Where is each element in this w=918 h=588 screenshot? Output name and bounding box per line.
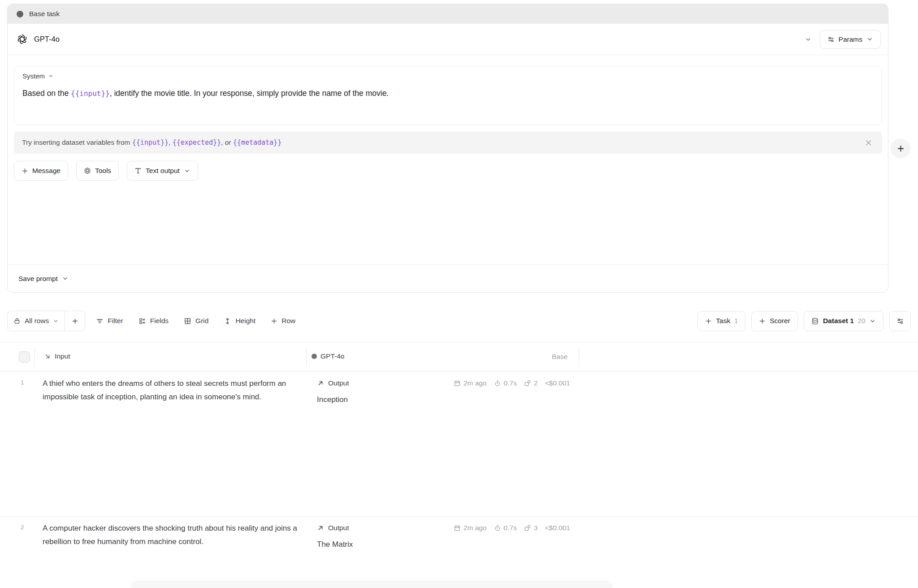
- filter-icon: [96, 317, 104, 325]
- add-scorer-button[interactable]: Scorer: [751, 311, 798, 331]
- timestamp: 2m ago: [454, 524, 487, 532]
- model-status-dot-icon: [312, 354, 317, 359]
- prompt-text[interactable]: Based on the {{input}}, identify the mov…: [22, 89, 870, 98]
- system-message-editor[interactable]: System Based on the {{input}}, identify …: [14, 66, 882, 125]
- grid-icon: [184, 317, 191, 325]
- tokens-icon: [524, 380, 531, 387]
- chevron-down-icon: [184, 168, 191, 174]
- grid-header: Input GPT-4o Base: [0, 342, 918, 372]
- column-header-model[interactable]: GPT-4o: [312, 352, 344, 360]
- add-scope-button[interactable]: [65, 311, 85, 331]
- task-panel-footer: Save prompt: [8, 264, 888, 292]
- message-role-select[interactable]: System: [22, 72, 54, 80]
- close-icon: [865, 139, 872, 147]
- grid-label: Grid: [195, 317, 208, 325]
- output-label: Output: [328, 379, 349, 387]
- output-label: Output: [328, 524, 349, 532]
- params-button[interactable]: Params: [820, 30, 881, 49]
- stopwatch-icon: [494, 524, 501, 532]
- timestamp-value: 2m ago: [463, 524, 487, 532]
- latency-value: 0.7s: [504, 524, 517, 532]
- row-height-icon: [224, 317, 231, 325]
- add-task-button[interactable]: Task 1: [697, 311, 745, 331]
- column-divider: [35, 348, 35, 367]
- params-label: Params: [839, 35, 862, 43]
- save-prompt-button[interactable]: Save prompt: [18, 275, 69, 283]
- add-message-button[interactable]: Message: [14, 161, 68, 181]
- prompt-text-suffix: , identify the movie title. In your resp…: [110, 89, 389, 98]
- all-rows-label: All rows: [25, 317, 49, 325]
- row-scope-control: All rows: [7, 311, 85, 331]
- save-prompt-label: Save prompt: [18, 275, 58, 283]
- plus-icon: [22, 168, 28, 174]
- output-cell-header[interactable]: Output: [317, 379, 349, 387]
- sliders-icon: [827, 36, 835, 43]
- hint-sep: ,: [169, 138, 173, 147]
- table-settings-button[interactable]: [889, 311, 911, 331]
- plus-icon: [271, 318, 277, 324]
- text-type-icon: [134, 167, 142, 174]
- hint-var-metadata[interactable]: {{metadata}}: [233, 138, 281, 147]
- add-message-label: Message: [32, 167, 61, 175]
- model-select[interactable]: GPT-4o: [17, 34, 812, 45]
- output-cell-header[interactable]: Output: [317, 524, 349, 532]
- add-row-button[interactable]: Row: [270, 315, 296, 327]
- plus-icon: [897, 145, 905, 152]
- plus-icon: [72, 318, 78, 324]
- sliders-icon: [896, 317, 904, 325]
- select-all-checkbox[interactable]: [19, 351, 30, 363]
- run-metadata: 2m ago 0.7s 2 <$0.001: [454, 379, 570, 387]
- hint-prefix: Try inserting dataset variables from: [22, 138, 132, 147]
- cost-value: <$0.001: [545, 524, 570, 532]
- filter-label: Filter: [108, 317, 123, 325]
- output-value[interactable]: The Matrix: [317, 540, 353, 549]
- openai-logo-icon: [17, 34, 28, 45]
- playground-screen: Base task GPT-4o: [0, 0, 918, 588]
- column-header-input[interactable]: Input: [44, 352, 70, 360]
- arrow-down-right-icon: [44, 353, 51, 360]
- tools-button[interactable]: Tools: [76, 161, 119, 181]
- fields-label: Fields: [150, 317, 169, 325]
- output-type-label: Text output: [146, 167, 180, 175]
- output-type-button[interactable]: Text output: [127, 161, 198, 181]
- model-row: GPT-4o Params: [8, 24, 888, 55]
- tools-nut-icon: [84, 167, 91, 174]
- filter-button[interactable]: Filter: [95, 315, 124, 327]
- hint-sep: , or: [221, 138, 233, 147]
- height-button[interactable]: Height: [223, 315, 256, 327]
- cost: <$0.001: [545, 524, 570, 532]
- table-toolbar-right: Task 1 Scorer Dataset 1 20: [697, 311, 911, 331]
- hint-close-button[interactable]: [863, 137, 874, 148]
- all-rows-dropdown[interactable]: All rows: [8, 311, 65, 331]
- grid-button[interactable]: Grid: [183, 315, 209, 327]
- table-row[interactable]: 1 A thief who enters the dreams of other…: [0, 372, 918, 517]
- add-row-label: Row: [281, 317, 295, 325]
- dataset-button[interactable]: Dataset 1 20: [804, 311, 883, 331]
- input-cell[interactable]: A thief who enters the dreams of others …: [43, 377, 307, 404]
- dataset-row-count: 20: [858, 317, 865, 324]
- timestamp-value: 2m ago: [463, 379, 487, 387]
- output-value[interactable]: Inception: [317, 395, 348, 404]
- hint-var-input[interactable]: {{input}}: [132, 138, 169, 147]
- token-count: 3: [524, 524, 538, 532]
- column-divider: [579, 348, 579, 367]
- row-number: 1: [21, 379, 24, 386]
- run-metadata: 2m ago 0.7s 3 <$0.001: [454, 524, 570, 532]
- view-controls: Filter Fields Grid Height: [95, 315, 296, 327]
- prompt-actions: Message Tools Text output: [14, 161, 198, 181]
- latency-value: 0.7s: [504, 379, 517, 387]
- column-divider: [306, 348, 307, 367]
- input-cell[interactable]: A computer hacker discovers the shocking…: [43, 522, 307, 549]
- chevron-down-icon: [53, 318, 59, 324]
- lock-icon: [13, 317, 21, 324]
- hint-var-expected[interactable]: {{expected}}: [173, 138, 221, 147]
- add-task-label: Task: [716, 317, 730, 325]
- model-name: GPT-4o: [34, 35, 60, 43]
- table-row[interactable]: 2 A computer hacker discovers the shocki…: [0, 517, 918, 588]
- fields-button[interactable]: Fields: [138, 315, 169, 327]
- chevron-down-icon: [805, 36, 812, 43]
- chevron-down-icon: [62, 275, 69, 282]
- prompt-text-prefix: Based on the: [22, 89, 71, 98]
- add-panel-button[interactable]: [891, 138, 910, 158]
- row-number: 2: [21, 524, 24, 531]
